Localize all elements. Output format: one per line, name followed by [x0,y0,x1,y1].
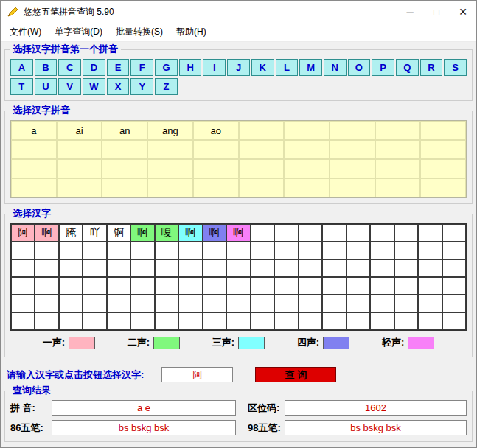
letter-button-I[interactable]: I [203,59,226,76]
section-title-results: 查询结果 [10,385,54,396]
area-code-field[interactable] [285,400,467,416]
letter-button-Q[interactable]: Q [396,59,419,76]
menu-item-1[interactable]: 单字查询(D) [48,22,109,42]
pinyin-cell-ang[interactable]: ang [147,121,193,140]
pinyin-cell-empty [330,159,375,178]
hanzi-cell-吖[interactable]: 吖 [83,224,106,242]
hanzi-cell-empty [418,295,442,312]
letter-button-A[interactable]: A [10,59,33,76]
letter-button-Z[interactable]: Z [155,78,178,95]
pinyin-cell-ao[interactable]: ao [193,121,239,140]
hanzi-input[interactable] [161,367,233,382]
letter-button-C[interactable]: C [58,59,81,76]
menu-item-2[interactable]: 批量转换(S) [109,22,170,42]
letter-button-M[interactable]: M [299,59,322,76]
wubi86-field[interactable] [52,420,236,435]
hanzi-cell-empty [130,242,154,259]
pinyin-cell-ai[interactable]: ai [57,121,102,140]
hanzi-cell-啊[interactable]: 啊 [226,224,250,242]
letter-button-L[interactable]: L [276,59,299,76]
legend-swatch [238,337,265,349]
letter-button-E[interactable]: E [107,59,130,76]
hanzi-cell-嗄[interactable]: 嗄 [155,224,178,242]
legend-swatch [69,337,95,349]
letter-button-O[interactable]: O [348,59,371,76]
hanzi-cell-empty [59,312,83,330]
pinyin-cell-empty [102,140,147,159]
hanzi-cell-empty [130,259,154,277]
legend-label: 一声: [43,336,65,349]
hanzi-cell-empty [226,277,250,295]
window-title: 悠悠五笔拼音查询 5.90 [24,6,397,18]
hanzi-cell-腌[interactable]: 腌 [59,224,83,242]
hanzi-cell-empty [442,277,466,295]
letter-button-P[interactable]: P [372,59,394,76]
letter-button-H[interactable]: H [179,59,202,76]
hanzi-cell-empty [418,224,442,242]
letter-button-J[interactable]: J [227,59,250,76]
hanzi-cell-empty [83,312,106,330]
hanzi-cell-啊[interactable]: 啊 [35,224,58,242]
pinyin-cell-a[interactable]: a [11,121,57,140]
hanzi-cell-empty [347,312,370,330]
pinyin-cell-empty [239,159,285,178]
maximize-button[interactable]: □ [423,1,450,23]
tone-legend: 一声:二声:三声:四声:轻声: [10,335,467,350]
section-pinyin: 选择汉字拼音 aaianangao [4,111,473,204]
pinyin-cell-empty [239,178,285,197]
pinyin-cell-empty [147,140,193,159]
hanzi-cell-啊[interactable]: 啊 [203,224,226,242]
pinyin-cell-empty [375,159,421,178]
hanzi-cell-empty [203,312,226,330]
letters-row-2: TUVWXYZ [10,78,467,95]
hanzi-cell-empty [203,259,226,277]
pinyin-cell-empty [284,178,330,197]
hanzi-cell-empty [394,259,418,277]
hanzi-cell-empty [203,295,226,312]
window-controls: ─ □ ✕ [397,1,476,23]
letter-button-U[interactable]: U [35,78,58,95]
letter-button-S[interactable]: S [444,59,467,76]
pinyin-result-field[interactable] [52,400,236,416]
hanzi-cell-empty [107,242,130,259]
letter-button-V[interactable]: V [58,78,81,95]
hanzi-cell-empty [11,259,35,277]
letters-row-1: ABCDEFGHIJKLMNOPQRS [10,59,467,76]
letter-button-F[interactable]: F [130,59,153,76]
letter-button-B[interactable]: B [35,59,58,76]
letter-button-X[interactable]: X [107,78,130,95]
letter-button-W[interactable]: W [83,78,105,95]
wubi98-field[interactable] [285,420,467,435]
hanzi-cell-锕[interactable]: 锕 [107,224,130,242]
pinyin-cell-empty [193,178,239,197]
letter-button-K[interactable]: K [251,59,274,76]
hanzi-cell-empty [274,224,298,242]
hanzi-cell-啊[interactable]: 啊 [130,224,154,242]
hanzi-cell-empty [418,277,442,295]
letter-button-Y[interactable]: Y [130,78,153,95]
hanzi-cell-empty [347,259,370,277]
hanzi-cell-啊[interactable]: 啊 [178,224,202,242]
hanzi-cell-empty [299,224,322,242]
letter-button-T[interactable]: T [10,78,33,95]
close-button[interactable]: ✕ [450,1,476,23]
pinyin-cell-empty [11,159,57,178]
pinyin-cell-an[interactable]: an [102,121,147,140]
hanzi-cell-empty [251,242,274,259]
hanzi-cell-阿[interactable]: 阿 [11,224,35,242]
pinyin-cell-empty [102,178,147,197]
query-button[interactable]: 查 询 [255,367,336,382]
menu-item-0[interactable]: 文件(W) [3,22,48,42]
legend-item-tone5: 轻声: [382,336,434,349]
letter-button-N[interactable]: N [324,59,347,76]
query-input-label: 请输入汉字或点击按钮选择汉字: [7,368,144,382]
letter-button-R[interactable]: R [420,59,443,76]
pinyin-cell-empty [330,140,375,159]
minimize-button[interactable]: ─ [397,1,423,23]
hanzi-cell-empty [107,312,130,330]
hanzi-cell-empty [299,277,322,295]
letter-button-G[interactable]: G [155,59,178,76]
letter-button-D[interactable]: D [83,59,105,76]
menu-item-3[interactable]: 帮助(H) [170,22,213,42]
pinyin-cell-empty [375,140,421,159]
